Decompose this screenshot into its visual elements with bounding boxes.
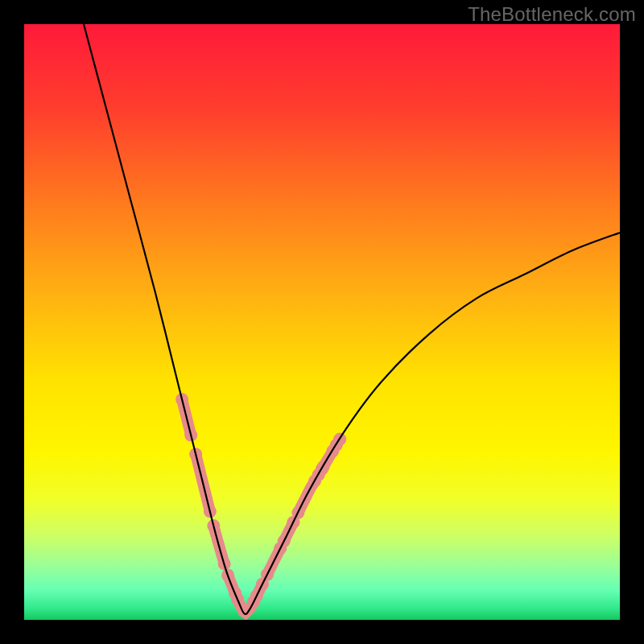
highlight-segments	[175, 393, 346, 613]
curve-layer	[24, 24, 620, 620]
v-curve-line	[84, 24, 620, 614]
attribution-text: TheBottleneck.com	[468, 3, 636, 26]
plot-frame	[24, 24, 620, 620]
